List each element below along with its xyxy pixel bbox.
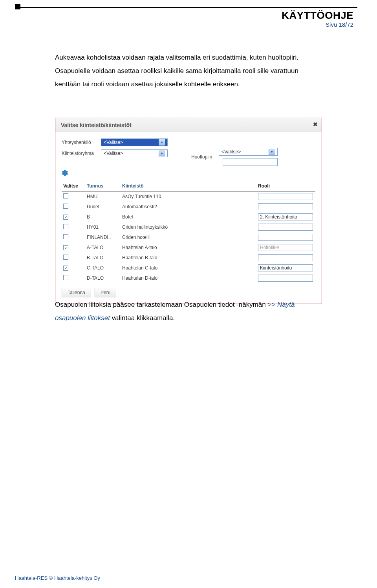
table-row: HY01Criden hallintoyksikkö [62, 222, 315, 232]
row-tunnus: HMU [85, 191, 121, 202]
paragraph-1: Aukeavaa kohdelistaa voidaan rajata vali… [55, 51, 314, 91]
row-rooli-input[interactable] [258, 193, 313, 200]
row-tunnus: D-TALO [85, 273, 121, 283]
col-rooli: Rooli [256, 181, 315, 191]
row-tunnus: HY01 [85, 222, 121, 232]
chevron-down-icon: ▾ [269, 149, 275, 155]
row-tunnus: B-TALO [85, 253, 121, 263]
row-tunnus: Uudet [85, 202, 121, 212]
kiinteisto-table: Valitse Tunnus Kiinteistö Rooli HMUAsOy … [62, 181, 315, 283]
row-tunnus: A-TALO [85, 242, 121, 253]
row-checkbox[interactable]: ✓ [63, 215, 68, 220]
yhteyshenkilo-label: Yhteyshenkilö [62, 140, 101, 145]
row-rooli-input[interactable]: Hoitoliike [258, 244, 313, 251]
table-row: ✓BBotel2. Kiinteistönhoito [62, 212, 315, 222]
row-checkbox[interactable]: ✓ [63, 245, 68, 250]
dialog-screenshot: Valitse kiinteistö/kiinteistöt ✖ Yhteysh… [55, 118, 322, 304]
table-row: UudetAutomaattisesti? [62, 202, 315, 212]
row-kiinteisto: Haahtelan B-talo [121, 253, 256, 263]
table-row: HMUAsOy Turuntie 110 [62, 191, 315, 202]
row-rooli-input[interactable] [258, 275, 313, 282]
para2-text-b: valintaa klikkaamalla. [110, 314, 175, 322]
huoltopiiri-select[interactable]: <Valitse> ▾ [219, 148, 278, 156]
kiinteistoryhma-label: Kiinteistöryhmä [62, 151, 101, 156]
row-checkbox[interactable] [63, 255, 68, 260]
cancel-button[interactable]: Peru [95, 288, 116, 297]
yhteyshenkilo-select[interactable]: <Valitse> ▾ [101, 138, 168, 146]
col-kiinteisto[interactable]: Kiinteistö [121, 181, 256, 191]
row-checkbox[interactable] [63, 204, 68, 209]
close-icon[interactable]: ✖ [313, 121, 318, 127]
col-tunnus[interactable]: Tunnus [85, 181, 121, 191]
table-row: B-TALOHaahtelan B-talo [62, 253, 315, 263]
row-kiinteisto: Botel [121, 212, 256, 222]
page-number: Sivu 18/72 [326, 21, 353, 28]
rooli-bulk-input[interactable] [223, 158, 278, 166]
table-row: D-TALOHaahtelan D-talo [62, 273, 315, 283]
row-tunnus: C-TALO [85, 263, 121, 273]
row-kiinteisto: Criden hallintoyksikkö [121, 222, 256, 232]
row-checkbox[interactable]: ✓ [63, 266, 68, 271]
dialog-header: Valitse kiinteistö/kiinteistöt ✖ [55, 118, 322, 132]
footer-copyright: Haahtela-RES © Haahtela-kehitys Oy [15, 575, 100, 581]
row-tunnus: B [85, 212, 121, 222]
row-kiinteisto: Automaattisesti? [121, 202, 256, 212]
row-rooli-input[interactable]: Kiinteistönhoito [258, 264, 313, 271]
row-checkbox[interactable] [63, 193, 68, 198]
huoltopiiri-value: <Valitse> [221, 149, 241, 155]
row-tunnus: FINLANDI.. [85, 232, 121, 242]
doc-title: KÄYTTÖOHJE [282, 9, 353, 22]
huoltopiiri-label: Huoltopiiri [191, 154, 219, 160]
chevron-down-icon: ▾ [159, 139, 165, 146]
row-kiinteisto: Haahtelan D-talo [121, 273, 256, 283]
paragraph-2: Osapuolen liitoksia pääsee tarkastelemaa… [55, 298, 314, 325]
row-rooli-input[interactable] [258, 234, 313, 241]
table-row: ✓C-TALOHaahtelan C-taloKiinteistönhoito [62, 263, 315, 273]
chevron-down-icon: ▾ [159, 150, 165, 157]
kiinteistoryhma-select[interactable]: <Valitse> ▾ [101, 149, 168, 157]
row-kiinteisto: Haahtelan A-talo [121, 242, 256, 253]
row-rooli-input[interactable] [258, 254, 313, 261]
row-kiinteisto: Haahtelan C-talo [121, 263, 256, 273]
row-kiinteisto: AsOy Turuntie 110 [121, 191, 256, 202]
save-button[interactable]: Tallenna [62, 288, 91, 297]
asterisk-icon: ✽ [62, 168, 315, 178]
row-rooli-input[interactable] [258, 203, 313, 210]
row-checkbox[interactable] [63, 224, 68, 229]
yhteyshenkilo-value: <Valitse> [104, 140, 123, 145]
row-rooli-input[interactable]: 2. Kiinteistönhoito [258, 213, 313, 220]
table-row: ✓A-TALOHaahtelan A-taloHoitoliike [62, 242, 315, 253]
row-checkbox[interactable] [63, 275, 68, 280]
col-valitse: Valitse [62, 181, 85, 191]
row-kiinteisto: Criden hotelli [121, 232, 256, 242]
para2-text-a: Osapuolen liitoksia pääsee tarkastelemaa… [55, 301, 268, 308]
row-rooli-input[interactable] [258, 224, 313, 231]
kiinteistoryhma-value: <Valitse> [104, 151, 123, 156]
table-row: FINLANDI..Criden hotelli [62, 232, 315, 242]
row-checkbox[interactable] [63, 234, 68, 239]
dialog-title: Valitse kiinteistö/kiinteistöt [61, 122, 132, 128]
